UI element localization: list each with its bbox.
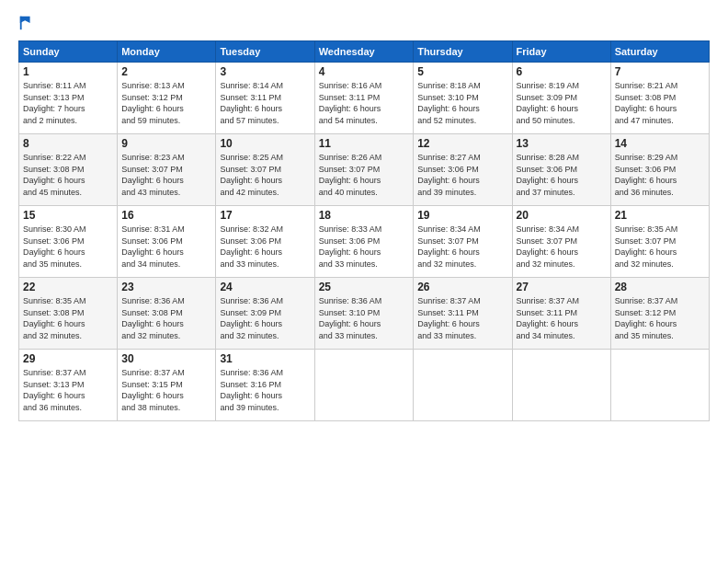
day-number: 9: [121, 137, 211, 150]
day-number: 3: [220, 65, 310, 78]
calendar-table: SundayMondayTuesdayWednesdayThursdayFrid…: [18, 40, 710, 421]
day-info: Sunrise: 8:37 AM Sunset: 3:12 PM Dayligh…: [615, 295, 705, 341]
calendar-cell: [512, 350, 610, 421]
page: SundayMondayTuesdayWednesdayThursdayFrid…: [0, 0, 728, 563]
day-header-tuesday: Tuesday: [216, 41, 314, 63]
day-number: 1: [23, 65, 113, 78]
week-row-4: 22Sunrise: 8:35 AM Sunset: 3:08 PM Dayli…: [19, 278, 710, 350]
day-number: 7: [615, 65, 705, 78]
day-number: 17: [220, 209, 310, 222]
calendar-cell: 9Sunrise: 8:23 AM Sunset: 3:07 PM Daylig…: [118, 134, 216, 206]
day-info: Sunrise: 8:34 AM Sunset: 3:07 PM Dayligh…: [417, 224, 507, 270]
day-info: Sunrise: 8:36 AM Sunset: 3:16 PM Dayligh…: [220, 367, 310, 413]
day-number: 20: [517, 209, 607, 222]
day-number: 28: [615, 281, 705, 293]
day-info: Sunrise: 8:27 AM Sunset: 3:06 PM Dayligh…: [417, 152, 507, 198]
day-number: 11: [319, 137, 409, 150]
day-info: Sunrise: 8:11 AM Sunset: 3:13 PM Dayligh…: [23, 80, 113, 126]
day-info: Sunrise: 8:14 AM Sunset: 3:11 PM Dayligh…: [220, 80, 310, 126]
calendar-cell: 29Sunrise: 8:37 AM Sunset: 3:13 PM Dayli…: [19, 350, 118, 421]
day-number: 15: [23, 209, 113, 222]
calendar-cell: 3Sunrise: 8:14 AM Sunset: 3:11 PM Daylig…: [216, 63, 314, 134]
day-info: Sunrise: 8:19 AM Sunset: 3:09 PM Dayligh…: [517, 80, 607, 126]
day-number: 30: [121, 352, 211, 365]
day-header-wednesday: Wednesday: [314, 41, 413, 63]
day-header-monday: Monday: [118, 41, 216, 63]
day-header-thursday: Thursday: [414, 41, 512, 63]
calendar-cell: 11Sunrise: 8:26 AM Sunset: 3:07 PM Dayli…: [314, 134, 413, 206]
calendar-cell: 27Sunrise: 8:37 AM Sunset: 3:11 PM Dayli…: [512, 278, 610, 350]
calendar-cell: [610, 350, 709, 421]
calendar-cell: 30Sunrise: 8:37 AM Sunset: 3:15 PM Dayli…: [118, 350, 216, 421]
logo-text: [18, 15, 37, 31]
day-number: 19: [417, 209, 507, 222]
calendar-cell: 7Sunrise: 8:21 AM Sunset: 3:08 PM Daylig…: [610, 63, 709, 134]
day-info: Sunrise: 8:35 AM Sunset: 3:07 PM Dayligh…: [615, 224, 705, 270]
day-info: Sunrise: 8:34 AM Sunset: 3:07 PM Dayligh…: [517, 224, 607, 270]
day-number: 27: [517, 281, 607, 293]
day-info: Sunrise: 8:25 AM Sunset: 3:07 PM Dayligh…: [220, 152, 310, 198]
day-info: Sunrise: 8:18 AM Sunset: 3:10 PM Dayligh…: [417, 80, 507, 126]
day-info: Sunrise: 8:23 AM Sunset: 3:07 PM Dayligh…: [121, 152, 211, 198]
day-info: Sunrise: 8:36 AM Sunset: 3:10 PM Dayligh…: [319, 295, 409, 341]
day-number: 24: [220, 281, 310, 293]
day-info: Sunrise: 8:21 AM Sunset: 3:08 PM Dayligh…: [615, 80, 705, 126]
calendar-header: SundayMondayTuesdayWednesdayThursdayFrid…: [19, 41, 710, 63]
day-info: Sunrise: 8:37 AM Sunset: 3:11 PM Dayligh…: [417, 295, 507, 341]
day-info: Sunrise: 8:37 AM Sunset: 3:15 PM Dayligh…: [121, 367, 211, 413]
svg-rect-1: [20, 17, 22, 29]
day-header-friday: Friday: [512, 41, 610, 63]
calendar-cell: 6Sunrise: 8:19 AM Sunset: 3:09 PM Daylig…: [512, 63, 610, 134]
calendar-cell: 21Sunrise: 8:35 AM Sunset: 3:07 PM Dayli…: [610, 206, 709, 278]
calendar-cell: 16Sunrise: 8:31 AM Sunset: 3:06 PM Dayli…: [118, 206, 216, 278]
day-number: 12: [417, 137, 507, 150]
calendar-cell: 28Sunrise: 8:37 AM Sunset: 3:12 PM Dayli…: [610, 278, 709, 350]
week-row-1: 1Sunrise: 8:11 AM Sunset: 3:13 PM Daylig…: [19, 63, 710, 134]
day-number: 2: [121, 65, 211, 78]
logo-icon: [18, 15, 35, 31]
calendar-cell: 14Sunrise: 8:29 AM Sunset: 3:06 PM Dayli…: [610, 134, 709, 206]
calendar-cell: 17Sunrise: 8:32 AM Sunset: 3:06 PM Dayli…: [216, 206, 314, 278]
day-info: Sunrise: 8:31 AM Sunset: 3:06 PM Dayligh…: [121, 224, 211, 270]
day-info: Sunrise: 8:36 AM Sunset: 3:09 PM Dayligh…: [220, 295, 310, 341]
day-info: Sunrise: 8:22 AM Sunset: 3:08 PM Dayligh…: [23, 152, 113, 198]
calendar-cell: [414, 350, 512, 421]
logo: [18, 15, 37, 31]
calendar-cell: 24Sunrise: 8:36 AM Sunset: 3:09 PM Dayli…: [216, 278, 314, 350]
day-number: 25: [319, 281, 409, 293]
day-info: Sunrise: 8:32 AM Sunset: 3:06 PM Dayligh…: [220, 224, 310, 270]
day-info: Sunrise: 8:30 AM Sunset: 3:06 PM Dayligh…: [23, 224, 113, 270]
calendar-cell: [314, 350, 413, 421]
calendar-cell: 15Sunrise: 8:30 AM Sunset: 3:06 PM Dayli…: [19, 206, 118, 278]
day-number: 31: [220, 352, 310, 365]
day-number: 5: [417, 65, 507, 78]
calendar-cell: 1Sunrise: 8:11 AM Sunset: 3:13 PM Daylig…: [19, 63, 118, 134]
calendar-cell: 2Sunrise: 8:13 AM Sunset: 3:12 PM Daylig…: [118, 63, 216, 134]
calendar-cell: 13Sunrise: 8:28 AM Sunset: 3:06 PM Dayli…: [512, 134, 610, 206]
calendar-cell: 26Sunrise: 8:37 AM Sunset: 3:11 PM Dayli…: [414, 278, 512, 350]
calendar-cell: 4Sunrise: 8:16 AM Sunset: 3:11 PM Daylig…: [314, 63, 413, 134]
day-number: 10: [220, 137, 310, 150]
calendar-cell: 10Sunrise: 8:25 AM Sunset: 3:07 PM Dayli…: [216, 134, 314, 206]
calendar-cell: 5Sunrise: 8:18 AM Sunset: 3:10 PM Daylig…: [414, 63, 512, 134]
day-info: Sunrise: 8:28 AM Sunset: 3:06 PM Dayligh…: [517, 152, 607, 198]
day-info: Sunrise: 8:29 AM Sunset: 3:06 PM Dayligh…: [615, 152, 705, 198]
day-info: Sunrise: 8:35 AM Sunset: 3:08 PM Dayligh…: [23, 295, 113, 341]
day-info: Sunrise: 8:26 AM Sunset: 3:07 PM Dayligh…: [319, 152, 409, 198]
day-number: 6: [517, 65, 607, 78]
day-number: 22: [23, 281, 113, 293]
day-info: Sunrise: 8:33 AM Sunset: 3:06 PM Dayligh…: [319, 224, 409, 270]
week-row-2: 8Sunrise: 8:22 AM Sunset: 3:08 PM Daylig…: [19, 134, 710, 206]
day-number: 26: [417, 281, 507, 293]
calendar-cell: 22Sunrise: 8:35 AM Sunset: 3:08 PM Dayli…: [19, 278, 118, 350]
calendar-cell: 18Sunrise: 8:33 AM Sunset: 3:06 PM Dayli…: [314, 206, 413, 278]
header: [18, 15, 710, 31]
day-info: Sunrise: 8:16 AM Sunset: 3:11 PM Dayligh…: [319, 80, 409, 126]
calendar-cell: 19Sunrise: 8:34 AM Sunset: 3:07 PM Dayli…: [414, 206, 512, 278]
day-number: 23: [121, 281, 211, 293]
calendar-cell: 8Sunrise: 8:22 AM Sunset: 3:08 PM Daylig…: [19, 134, 118, 206]
day-info: Sunrise: 8:13 AM Sunset: 3:12 PM Dayligh…: [121, 80, 211, 126]
day-info: Sunrise: 8:36 AM Sunset: 3:08 PM Dayligh…: [121, 295, 211, 341]
day-number: 21: [615, 209, 705, 222]
day-number: 13: [517, 137, 607, 150]
